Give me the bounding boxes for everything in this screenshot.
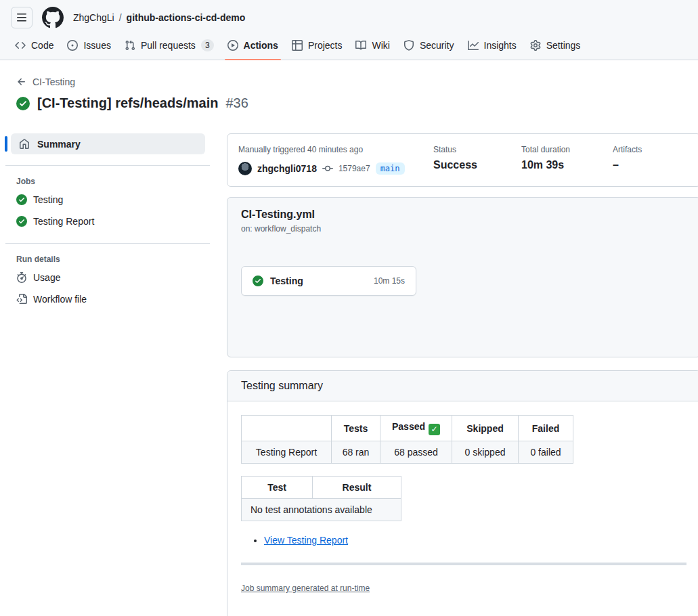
book-icon (355, 40, 366, 51)
breadcrumb-repo[interactable]: github-actions-ci-cd-demo (127, 12, 246, 23)
table-row: No test annotations available (242, 499, 401, 521)
active-indicator-bar (5, 136, 7, 152)
sidebar-item-workflow-file[interactable]: Workflow file (11, 288, 227, 310)
trigger-text: Manually triggered 40 minutes ago (238, 145, 433, 154)
play-icon (227, 40, 238, 51)
issue-opened-icon (67, 40, 78, 51)
workflow-trigger: on: workflow_dispatch (241, 224, 686, 234)
run-header: CI-Testing [CI-Testing] refs/heads/main … (0, 60, 698, 111)
octocat-icon (42, 7, 64, 28)
home-icon (19, 139, 30, 150)
check-circle-icon (16, 194, 27, 205)
tab-insights[interactable]: Insights (461, 34, 523, 60)
sidebar-divider (5, 165, 210, 166)
tab-projects[interactable]: Projects (285, 34, 349, 60)
results-header-skipped: Skipped (452, 416, 519, 441)
shield-icon (403, 40, 414, 51)
results-cell-passed: 68 passed (380, 441, 452, 464)
test-results-table: Tests Passed Skipped Failed Testing Repo… (241, 415, 573, 464)
actor-login[interactable]: zhgchgli0718 (257, 163, 317, 174)
annotations-empty-message: No test annotations available (242, 499, 401, 521)
breadcrumb-separator: / (119, 12, 122, 23)
job-duration: 10m 15s (374, 276, 405, 286)
tab-code[interactable]: Code (8, 34, 60, 60)
run-success-check-icon (16, 97, 30, 110)
tab-actions[interactable]: Actions (221, 34, 285, 60)
passed-check-emoji-icon (429, 424, 440, 435)
run-number: #36 (225, 95, 248, 111)
summary-link-list: View Testing Report (241, 535, 686, 546)
tab-settings[interactable]: Settings (523, 34, 588, 60)
job-node-testing[interactable]: Testing 10m 15s (241, 266, 416, 296)
git-commit-icon (322, 163, 333, 174)
tab-wiki[interactable]: Wiki (349, 34, 396, 60)
git-pull-request-icon (125, 40, 135, 51)
run-summary-card: Manually triggered 40 minutes ago zhgchg… (227, 133, 698, 187)
check-circle-icon (16, 216, 27, 227)
pull-requests-count-badge: 3 (201, 39, 214, 51)
table-row: Testing Report 68 ran 68 passed 0 skippe… (242, 441, 573, 464)
check-circle-icon (253, 276, 263, 286)
run-sidebar: Summary Jobs Testing Testing Report Run … (0, 133, 227, 616)
app-header: ZhgChgLi / github-actions-ci-cd-demo Cod… (0, 0, 698, 60)
results-cell-skipped: 0 skipped (452, 441, 519, 464)
testing-summary-card: Testing summary Tests Passed Skipped Fai… (227, 370, 698, 616)
summary-divider (241, 563, 686, 565)
gear-icon (530, 40, 541, 51)
workflow-file-name: CI-Testing.yml (241, 208, 686, 221)
results-cell-tests: 68 ran (332, 441, 380, 464)
duration-label: Total duration (521, 145, 613, 154)
results-header-failed: Failed (519, 416, 573, 441)
jobs-heading: Jobs (16, 177, 227, 186)
sidebar-job-testing[interactable]: Testing (11, 189, 227, 211)
branch-badge[interactable]: main (376, 162, 405, 175)
status-label: Status (433, 145, 521, 154)
view-testing-report-link[interactable]: View Testing Report (264, 535, 348, 546)
artifacts-value: – (613, 159, 680, 171)
page-title: [CI-Testing] refs/heads/main (37, 95, 218, 111)
results-cell-name: Testing Report (242, 441, 332, 464)
workflow-graph-card: CI-Testing.yml on: workflow_dispatch Tes… (227, 197, 698, 357)
github-logo[interactable] (42, 7, 64, 28)
duration-value: 10m 39s (521, 159, 613, 171)
graph-icon (468, 40, 479, 51)
results-header-tests: Tests (332, 416, 380, 441)
avatar[interactable] (238, 162, 252, 175)
tab-pull-requests[interactable]: Pull requests 3 (118, 34, 221, 60)
commit-sha-link[interactable]: 1579ae7 (339, 164, 370, 173)
hamburger-icon (16, 12, 27, 23)
results-header-passed: Passed (380, 416, 452, 441)
stopwatch-icon (16, 272, 27, 283)
annotations-table: Test Result No test annotations availabl… (241, 476, 401, 521)
list-item: View Testing Report (264, 535, 686, 546)
job-summary-footer-link[interactable]: Job summary generated at run-time (241, 584, 370, 593)
results-cell-failed: 0 failed (519, 441, 573, 464)
code-icon (15, 40, 26, 51)
status-value: Success (433, 159, 521, 171)
breadcrumb-owner[interactable]: ZhgChgLi (73, 12, 114, 23)
sidebar-item-usage[interactable]: Usage (11, 267, 227, 288)
artifacts-label: Artifacts (613, 145, 680, 154)
breadcrumb: ZhgChgLi / github-actions-ci-cd-demo (73, 12, 245, 23)
back-to-workflow-link[interactable]: CI-Testing (16, 76, 75, 87)
table-icon (292, 40, 303, 51)
hamburger-menu-button[interactable] (11, 7, 32, 28)
arrow-left-icon (16, 76, 27, 87)
annotations-header-test: Test (242, 477, 313, 499)
annotations-header-result: Result (313, 477, 401, 499)
run-details-heading: Run details (16, 255, 227, 264)
tab-issues[interactable]: Issues (60, 34, 117, 60)
results-header-empty (242, 416, 332, 441)
sidebar-divider (5, 243, 210, 244)
repo-nav: Code Issues Pull requests 3 Actions Proj… (0, 32, 698, 60)
tab-security[interactable]: Security (397, 34, 461, 60)
testing-summary-title: Testing summary (227, 371, 698, 401)
file-code-icon (16, 294, 27, 305)
sidebar-job-testing-report[interactable]: Testing Report (11, 211, 227, 232)
sidebar-item-summary[interactable]: Summary (11, 133, 205, 154)
run-main-content: Manually triggered 40 minutes ago zhgchg… (227, 133, 698, 616)
